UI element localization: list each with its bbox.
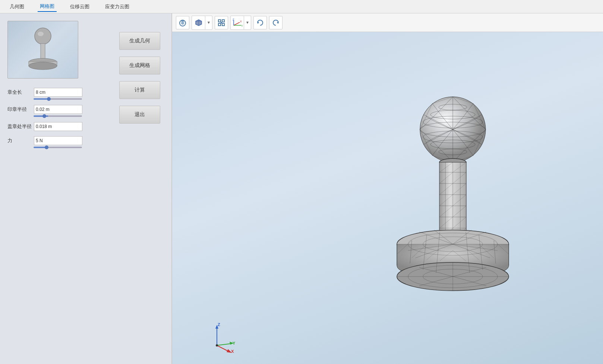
svg-text:Z: Z xyxy=(218,323,220,327)
tab-displacement[interactable]: 位移云图 xyxy=(68,2,92,12)
svg-rect-15 xyxy=(222,23,224,26)
model-3d-svg xyxy=(360,94,546,325)
camera-button[interactable] xyxy=(176,16,189,29)
param-section: 章全长 印章半径 xyxy=(7,88,89,148)
axis-indicator-svg: Z Y X xyxy=(206,323,236,353)
fit-view-button[interactable] xyxy=(215,16,228,29)
camera-icon xyxy=(179,19,187,27)
force-label: 力 xyxy=(7,137,32,144)
preview-stamp-svg xyxy=(13,26,73,74)
axis-button-group: X Y Z ▼ xyxy=(230,16,251,30)
svg-marker-23 xyxy=(258,21,259,24)
param-row-stamp-length: 章全长 xyxy=(7,88,89,100)
svg-marker-24 xyxy=(277,21,278,24)
svg-text:Y: Y xyxy=(233,341,236,345)
svg-point-16 xyxy=(221,22,222,23)
generate-mesh-button[interactable]: 生成网格 xyxy=(119,57,160,74)
cover-radius-input[interactable] xyxy=(34,122,82,131)
svg-text:Y: Y xyxy=(241,25,243,27)
svg-line-108 xyxy=(217,344,232,345)
svg-rect-12 xyxy=(218,20,221,22)
stamp-radius-input[interactable] xyxy=(34,105,82,114)
param-row-force: 力 xyxy=(7,136,89,148)
stamp-radius-slider[interactable] xyxy=(34,115,82,117)
tab-geometry[interactable]: 几何图 xyxy=(7,2,26,12)
param-row-stamp-radius: 印章半径 xyxy=(7,105,89,117)
top-menu-bar: 几何图 网格图 位移云图 应变力云图 xyxy=(0,0,603,13)
cover-radius-label: 盖章处半径 xyxy=(7,123,32,130)
param-slider-wrap-stamp-length xyxy=(7,98,89,100)
stamp-length-slider[interactable] xyxy=(34,98,82,100)
param-row-cover-radius: 盖章处半径 xyxy=(7,122,89,131)
canvas-area[interactable]: Z Y X xyxy=(172,32,603,364)
svg-text:X: X xyxy=(240,20,242,23)
param-label-input-stamp-length: 章全长 xyxy=(7,88,89,97)
cube-icon xyxy=(195,19,203,27)
cube-button[interactable] xyxy=(192,16,205,29)
cube-dropdown[interactable]: ▼ xyxy=(205,16,212,29)
svg-point-5 xyxy=(29,62,57,70)
tab-mesh[interactable]: 网格图 xyxy=(38,1,57,12)
svg-rect-8 xyxy=(181,20,184,22)
left-controls: 章全长 印章半径 xyxy=(7,21,89,148)
force-input[interactable] xyxy=(34,136,82,145)
svg-point-7 xyxy=(181,22,184,25)
calculate-button[interactable]: 计算 xyxy=(119,81,160,99)
param-slider-wrap-force xyxy=(7,147,89,148)
svg-rect-14 xyxy=(218,23,221,26)
param-label-input-cover-radius: 盖章处半径 xyxy=(7,122,89,131)
tab-strain[interactable]: 应变力云图 xyxy=(103,2,132,12)
param-slider-wrap-stamp-radius xyxy=(7,115,89,117)
axis-dropdown[interactable]: ▼ xyxy=(244,16,251,29)
stamp-length-label: 章全长 xyxy=(7,89,32,96)
force-slider[interactable] xyxy=(34,147,82,148)
left-panel-inner: 章全长 印章半径 xyxy=(7,21,164,148)
generate-geometry-button[interactable]: 生成几何 xyxy=(119,32,160,50)
svg-point-0 xyxy=(35,28,51,44)
svg-point-1 xyxy=(38,32,44,36)
rotate-right-button[interactable] xyxy=(269,16,282,29)
fit-view-icon xyxy=(217,19,225,27)
rotate-right-icon xyxy=(272,19,280,27)
param-label-input-force: 力 xyxy=(7,136,89,145)
stamp-length-input[interactable] xyxy=(34,88,82,97)
view-panel: ▼ X xyxy=(171,13,603,364)
view-toolbar: ▼ X xyxy=(172,13,603,32)
svg-text:Z: Z xyxy=(233,19,234,21)
svg-point-114 xyxy=(216,344,218,347)
preview-box xyxy=(7,21,78,79)
left-panel: 章全长 印章半径 xyxy=(0,13,171,364)
stamp-radius-label: 印章半径 xyxy=(7,106,32,113)
param-label-input-stamp-radius: 印章半径 xyxy=(7,105,89,114)
main-content: 章全长 印章半径 xyxy=(0,13,603,364)
svg-text:X: X xyxy=(231,349,234,353)
svg-line-17 xyxy=(234,22,240,25)
rotate-left-icon xyxy=(256,19,264,27)
cube-button-group: ▼ xyxy=(192,16,212,30)
svg-rect-13 xyxy=(222,20,224,22)
rotate-left-button[interactable] xyxy=(253,16,267,29)
buttons-column: 生成几何 生成网格 计算 退出 xyxy=(119,32,160,148)
exit-button[interactable]: 退出 xyxy=(119,106,160,124)
axis-button[interactable]: X Y Z xyxy=(231,16,244,29)
axis-icon: X Y Z xyxy=(232,19,243,27)
